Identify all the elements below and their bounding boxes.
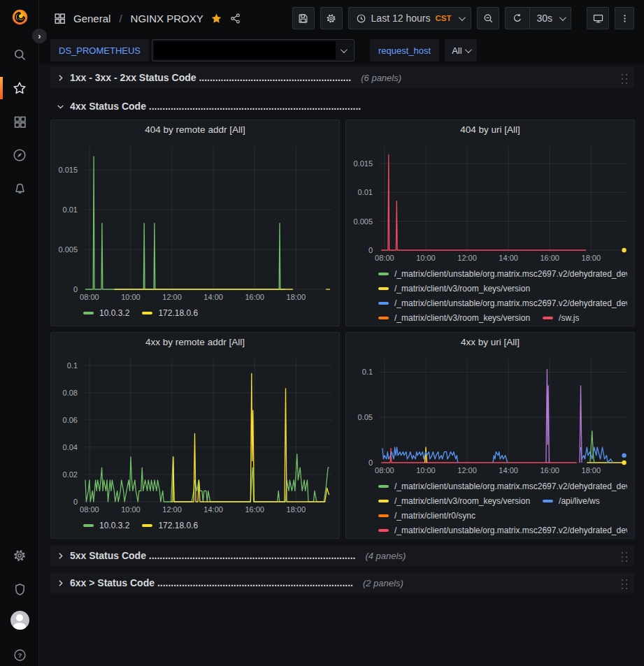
row-header-1xx-3xx-2xx[interactable]: 1xx - 3xx - 2xx Status Code ............… — [50, 67, 634, 88]
sidebar-item-help[interactable]: ? — [0, 644, 39, 665]
y-axis-tick-label: 0.1 — [362, 368, 373, 376]
panel-chart-area: 08:0010:0012:0014:0016:0018:0000.0050.01… — [51, 139, 339, 306]
legend-item[interactable]: 10.0.3.2 — [83, 308, 129, 318]
legend-label: 172.18.0.6 — [158, 308, 198, 318]
legend-item[interactable]: /_matrix/client/r0/sync — [378, 511, 475, 521]
save-icon — [297, 13, 309, 24]
apps-icon — [53, 12, 66, 25]
time-range-picker[interactable]: Last 12 hours CST — [348, 7, 472, 29]
breadcrumb-folder[interactable]: General — [73, 13, 110, 24]
row-panel-count: (4 panels) — [365, 551, 406, 561]
variable-value-request-host-dropdown[interactable]: All — [445, 39, 476, 61]
legend-item[interactable]: /_matrix/client/unstable/org.matrix.msc2… — [378, 269, 627, 279]
sidebar-item-dashboards[interactable] — [0, 111, 39, 132]
sidebar-item-server-admin[interactable] — [0, 579, 39, 600]
y-axis-tick-label: 0.01 — [358, 188, 373, 196]
legend-swatch — [378, 317, 389, 319]
series-line — [546, 370, 549, 463]
top-nav: General / NGINX PROXY — [39, 0, 644, 36]
x-axis-tick-label: 16:00 — [245, 505, 264, 514]
x-axis-tick-label: 16:00 — [245, 293, 264, 301]
legend-item[interactable]: /api/live/ws — [543, 496, 600, 506]
row-header-4xx[interactable]: 4xx Status Code ........................… — [50, 97, 634, 115]
y-axis-tick-label: 0 — [73, 285, 78, 294]
sidebar-expand-button[interactable]: › — [31, 28, 48, 44]
x-axis-tick-label: 16:00 — [540, 466, 559, 475]
row-chevron-right-icon — [56, 73, 65, 82]
legend-item[interactable]: /_matrix/client/v3/room_keys/version — [378, 496, 530, 506]
panel-legend: 10.0.3.2172.18.0.6 — [51, 306, 339, 326]
panel-chart-area: 08:0010:0012:0014:0016:0018:0000.0050.01… — [346, 139, 634, 267]
legend-label: /sw.js — [559, 313, 579, 323]
chart-plot[interactable]: 08:0010:0012:0014:0016:0018:0000.020.040… — [52, 352, 340, 516]
legend-item[interactable]: /sw.js — [543, 313, 579, 323]
clock-icon — [356, 13, 366, 24]
breadcrumb: General / NGINX PROXY — [53, 12, 241, 25]
favorite-star-icon[interactable] — [210, 13, 222, 24]
legend-item[interactable]: 172.18.0.6 — [142, 308, 198, 318]
legend-item[interactable]: /_matrix/client/unstable/org.matrix.msc2… — [378, 298, 627, 308]
x-axis-tick-label: 14:00 — [499, 466, 518, 475]
variable-value-ds-dropdown[interactable] — [152, 39, 355, 61]
chevron-down-icon — [559, 14, 566, 21]
sidebar-item-search[interactable] — [0, 44, 39, 65]
row-drag-handle[interactable] — [620, 550, 629, 562]
legend-label: /_matrix/client/v3/room_keys/version — [394, 496, 530, 506]
panel-title[interactable]: 4xx by uri [All] — [346, 333, 634, 352]
refresh-button[interactable] — [506, 8, 529, 29]
gear-icon — [12, 548, 27, 563]
panel-title[interactable]: 404 by uri [All] — [346, 120, 634, 139]
legend-label: /_matrix/client/unstable/org.matrix.msc2… — [394, 526, 627, 535]
x-axis-tick-label: 18:00 — [287, 505, 306, 514]
legend-item[interactable]: /_matrix/client/unstable/org.matrix.msc2… — [378, 482, 627, 491]
variable-label-ds[interactable]: DS_PROMETHEUS — [50, 39, 149, 61]
row-header-6xx[interactable]: 6xx > Status Code ......................… — [50, 572, 634, 593]
row-title: 1xx - 3xx - 2xx Status Code ............… — [70, 72, 351, 83]
legend-item[interactable]: /_matrix/client/unstable/org.matrix.msc2… — [378, 526, 627, 535]
panel-legend: /_matrix/client/unstable/org.matrix.msc2… — [346, 267, 634, 326]
chart-plot[interactable]: 08:0010:0012:0014:0016:0018:0000.0050.01… — [348, 139, 635, 264]
sidebar-item-starred[interactable] — [0, 78, 39, 99]
sidebar-item-explore[interactable] — [0, 145, 39, 166]
sidebar-item-configuration[interactable] — [0, 545, 39, 566]
row-drag-handle[interactable] — [620, 72, 629, 84]
save-dashboard-button[interactable] — [292, 7, 315, 29]
legend-item[interactable]: /_matrix/client/v3/room_keys/version — [378, 313, 530, 323]
legend-label: 10.0.3.2 — [99, 308, 129, 318]
legend-swatch — [378, 287, 389, 290]
series-end-dot — [622, 248, 626, 252]
zoom-out-button[interactable] — [477, 7, 499, 29]
x-axis-tick-label: 10:00 — [416, 466, 436, 475]
y-axis-tick-label: 0 — [368, 458, 373, 467]
legend-item[interactable]: 10.0.3.2 — [83, 521, 129, 530]
share-icon[interactable] — [229, 13, 241, 24]
row-header-5xx[interactable]: 5xx Status Code ........................… — [50, 545, 634, 566]
row-drag-handle[interactable] — [620, 577, 629, 589]
row-title: 5xx Status Code ........................… — [70, 550, 355, 561]
search-icon — [13, 48, 27, 62]
dashboard-menu-button[interactable] — [615, 7, 634, 29]
panel-title[interactable]: 4xx by remote addr [All] — [51, 333, 339, 352]
legend-item[interactable]: 172.18.0.6 — [142, 521, 198, 530]
x-axis-tick-label: 16:00 — [540, 254, 559, 262]
legend-swatch — [83, 524, 94, 527]
dashboard-settings-button[interactable] — [320, 7, 343, 29]
legend-swatch — [378, 273, 389, 275]
series-line — [382, 447, 458, 463]
legend-item[interactable]: /_matrix/client/v3/room_keys/version — [378, 284, 530, 294]
grafana-logo[interactable] — [0, 6, 39, 27]
nav-actions: Last 12 hours CST 30s — [292, 7, 634, 29]
breadcrumb-dashboard-title[interactable]: NGINX PROXY — [131, 13, 203, 24]
series-line — [85, 454, 329, 502]
dashboard-canvas: 1xx - 3xx - 2xx Status Code ............… — [39, 64, 644, 666]
chart-plot[interactable]: 08:0010:0012:0014:0016:0018:0000.0050.01… — [52, 139, 340, 303]
chart-plot[interactable]: 08:0010:0012:0014:0016:0018:0000.050.1 — [348, 352, 635, 477]
variable-label-request-host[interactable]: request_host — [370, 39, 439, 61]
y-axis-tick-label: 0 — [368, 246, 373, 254]
panel-title[interactable]: 404 by remote addr [All] — [51, 120, 339, 139]
refresh-interval-dropdown[interactable]: 30s — [529, 8, 571, 29]
legend-swatch — [378, 514, 389, 517]
sidebar-item-alerting[interactable] — [0, 178, 39, 199]
tv-mode-button[interactable] — [587, 7, 609, 29]
sidebar-item-profile[interactable] — [0, 609, 39, 630]
